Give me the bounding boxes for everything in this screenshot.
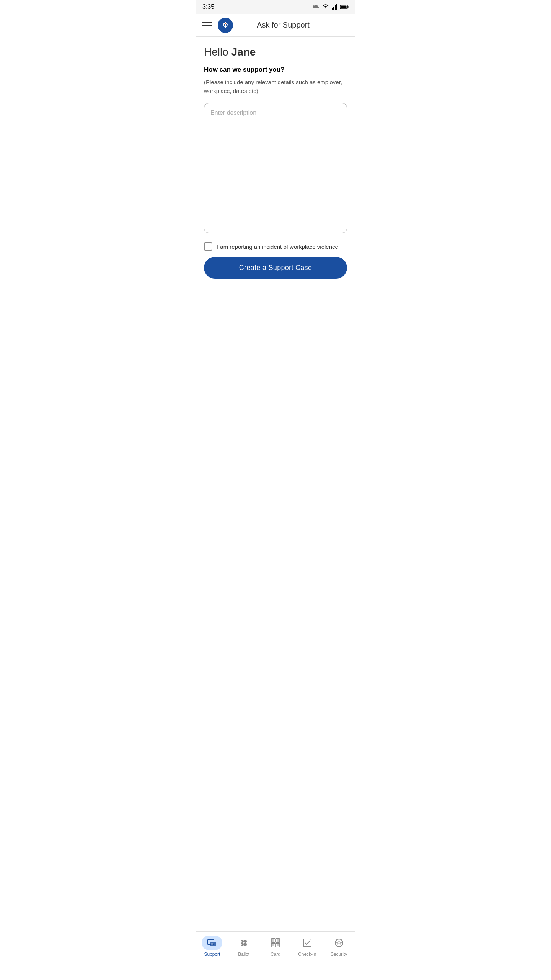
page-title: Ask for Support	[239, 21, 327, 29]
status-bar: 3:35	[196, 0, 355, 14]
cloud-icon	[312, 4, 320, 10]
violence-checkbox-row: I am reporting an incident of workplace …	[204, 242, 347, 251]
greeting-text: Hello Jane	[204, 46, 347, 58]
svg-rect-5	[348, 6, 349, 8]
battery-icon	[340, 5, 349, 9]
hamburger-menu-button[interactable]	[202, 22, 212, 28]
status-time: 3:35	[202, 3, 214, 10]
svg-rect-1	[333, 7, 334, 10]
violence-checkbox[interactable]	[204, 242, 212, 251]
signal-icon	[332, 4, 338, 10]
question-subtitle: (Please include any relevant details suc…	[204, 78, 347, 95]
svg-point-8	[225, 23, 226, 24]
create-support-case-button[interactable]: Create a Support Case	[204, 257, 347, 279]
logo-svg	[220, 20, 231, 31]
status-icons	[312, 4, 349, 10]
app-logo	[218, 18, 233, 33]
nav-bar: Ask for Support	[196, 14, 355, 37]
violence-checkbox-label: I am reporting an incident of workplace …	[217, 243, 338, 250]
svg-rect-2	[335, 5, 336, 10]
main-content: Hello Jane How can we support you? (Plea…	[196, 37, 355, 343]
wifi-icon	[322, 4, 329, 10]
svg-rect-0	[332, 8, 333, 10]
svg-rect-6	[341, 6, 347, 8]
svg-rect-3	[336, 4, 337, 10]
question-title: How can we support you?	[204, 66, 347, 74]
description-input[interactable]	[204, 103, 347, 233]
